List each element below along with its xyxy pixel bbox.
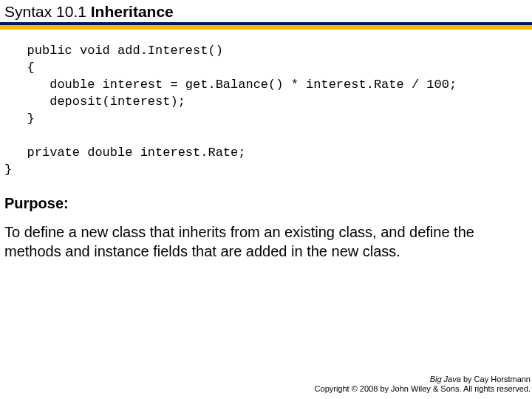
footer-line1: Big Java by Cay Horstmann bbox=[315, 375, 531, 385]
slide-title-wrap: Syntax 10.1 Inheritance bbox=[0, 0, 532, 22]
purpose-body: To define a new class that inherits from… bbox=[4, 222, 528, 261]
title-prefix: Syntax 10.1 bbox=[4, 3, 91, 20]
footer-book-title: Big Java bbox=[430, 375, 461, 383]
footer-author: by Cay Horstmann bbox=[461, 375, 531, 383]
slide-content: public void add.Interest() { double inte… bbox=[0, 30, 532, 261]
footer-line2: Copyright © 2008 by John Wiley & Sons. A… bbox=[315, 384, 531, 395]
slide-footer: Big Java by Cay Horstmann Copyright © 20… bbox=[315, 375, 531, 395]
code-block: public void add.Interest() { double inte… bbox=[4, 43, 528, 179]
title-bold: Inheritance bbox=[91, 3, 174, 20]
purpose-heading: Purpose: bbox=[4, 195, 528, 212]
slide-title: Syntax 10.1 Inheritance bbox=[4, 3, 174, 20]
